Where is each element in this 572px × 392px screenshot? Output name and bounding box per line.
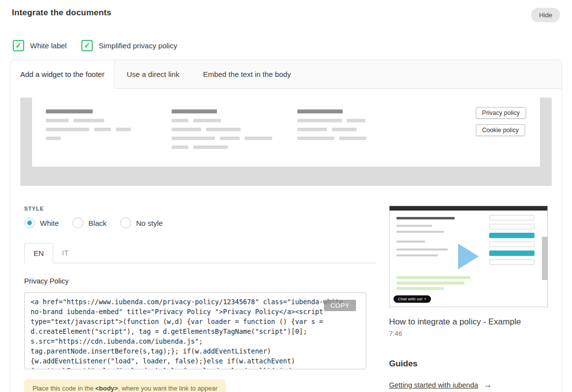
thumbnail-highlighted-code — [396, 276, 470, 290]
embed-settings-column: STYLE White Black No style — [24, 206, 377, 392]
thumbnail-text-line — [396, 241, 425, 243]
simplified-privacy-checkbox[interactable] — [81, 40, 93, 51]
footer-preview: Privacy policy Cookie policy — [20, 98, 552, 186]
tab-use-direct-link[interactable]: Use a direct link — [115, 60, 191, 88]
thumbnail-side-panel — [489, 215, 535, 265]
guide-link-getting-started[interactable]: Getting started with iubenda → — [389, 380, 492, 390]
embed-code[interactable]: <a href="https://www.iubenda.com/privacy… — [25, 293, 366, 369]
check-icon — [15, 41, 22, 50]
skeleton-column — [172, 109, 297, 155]
video-thumbnail[interactable]: Chat with us! — [389, 206, 548, 307]
placement-notice: Place this code in the <body>, where you… — [24, 379, 226, 392]
play-icon[interactable] — [458, 244, 479, 269]
radio-icon[interactable] — [72, 217, 83, 228]
style-option-label: Black — [88, 219, 107, 227]
radio-selected-icon[interactable] — [24, 217, 35, 228]
integration-card: Add a widget to the footer Use a direct … — [10, 60, 562, 392]
tab-add-widget-footer[interactable]: Add a widget to the footer — [10, 60, 115, 89]
white-label-checkbox[interactable] — [13, 40, 24, 51]
style-option-label: No style — [136, 219, 163, 227]
page-title: Integrate the documents — [12, 8, 111, 18]
thumbnail-chip — [489, 233, 535, 238]
style-option-label: White — [40, 219, 59, 227]
thumbnail-text-line — [396, 254, 438, 256]
card-content: STYLE White Black No style — [10, 186, 562, 392]
tab-embed-text-body[interactable]: Embed the text in the body — [191, 60, 303, 88]
notice-text: Place this code in the — [33, 385, 95, 392]
style-option-white[interactable]: White — [24, 217, 59, 228]
skeleton-column — [46, 109, 172, 155]
thumbnail-chip — [489, 242, 535, 247]
page-header: Integrate the documents Hide — [0, 0, 572, 22]
guide-link-label: Getting started with iubenda — [389, 381, 478, 389]
footer-mock: Privacy policy Cookie policy — [32, 98, 540, 167]
thumbnail-text-line — [396, 217, 455, 219]
preview-policy-buttons: Privacy policy Cookie policy — [476, 107, 526, 155]
thumbnail-text-line — [396, 249, 448, 250]
skeleton-column — [297, 109, 423, 155]
notice-text: , where you want the link to appear — [118, 385, 217, 392]
thumbnail-chip — [489, 259, 535, 265]
style-radio-group: White Black No style — [24, 217, 377, 228]
thumbnail-side-tab — [542, 237, 547, 280]
chat-widget-badge: Chat with us! — [393, 295, 431, 303]
integrate-documents-page: Integrate the documents Hide White label… — [0, 0, 572, 392]
thumbnail-chip — [489, 224, 535, 229]
skeleton-heading — [297, 109, 343, 113]
privacy-policy-widget-button[interactable]: Privacy policy — [476, 107, 526, 119]
integration-tabbar: Add a widget to the footer Use a direct … — [10, 60, 562, 89]
video-duration: 7:46 — [389, 330, 548, 337]
thumbnail-chip — [489, 215, 535, 220]
radio-icon[interactable] — [120, 217, 131, 228]
cookie-policy-widget-button[interactable]: Cookie policy — [476, 124, 525, 136]
skeleton-heading — [46, 109, 93, 113]
lang-tab-en[interactable]: EN — [24, 243, 53, 263]
thumbnail-topbar — [390, 206, 547, 211]
white-label-label: White label — [30, 41, 67, 50]
hide-button[interactable]: Hide — [531, 8, 560, 22]
check-icon — [84, 41, 90, 50]
document-label: Privacy Policy — [24, 277, 377, 285]
thumbnail-text-line — [396, 225, 432, 227]
simplified-privacy-option[interactable]: Simplified privacy policy — [81, 40, 177, 51]
style-heading: STYLE — [24, 206, 377, 212]
style-option-nostyle[interactable]: No style — [120, 217, 163, 228]
embed-code-box[interactable]: <a href="https://www.iubenda.com/privacy… — [24, 292, 366, 369]
simplified-privacy-label: Simplified privacy policy — [99, 41, 177, 50]
help-column: Chat with us! How to integrate a policy … — [389, 206, 548, 392]
notice-body-tag: <body> — [95, 385, 118, 392]
skeleton-heading — [172, 109, 217, 113]
language-tabbar: EN IT — [24, 243, 377, 263]
copy-button[interactable]: COPY — [324, 300, 356, 311]
lang-tab-it[interactable]: IT — [53, 243, 77, 263]
thumbnail-text-line — [396, 231, 444, 233]
arrow-right-icon: → — [483, 380, 492, 390]
guides-heading: Guides — [389, 359, 548, 369]
white-label-option[interactable]: White label — [13, 40, 67, 51]
style-option-black[interactable]: Black — [72, 217, 107, 228]
thumbnail-chip — [489, 250, 535, 256]
video-title: How to integrate a policy - Example — [389, 317, 548, 327]
document-options: White label Simplified privacy policy — [0, 22, 572, 51]
